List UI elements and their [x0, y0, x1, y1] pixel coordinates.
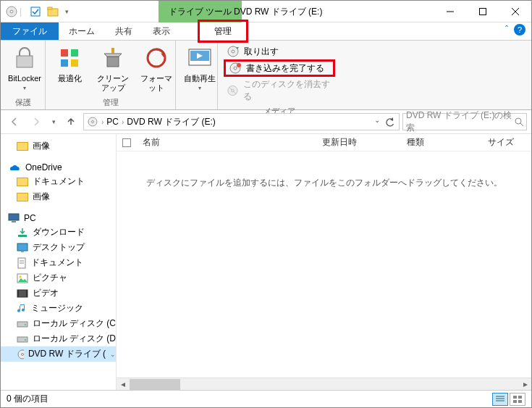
details-view-button[interactable]	[492, 393, 508, 406]
tab-manage[interactable]: 管理	[198, 20, 248, 43]
up-button[interactable]	[62, 112, 80, 131]
chevron-right-icon[interactable]: ›	[122, 118, 124, 126]
svg-rect-4	[48, 7, 52, 9]
svg-rect-37	[18, 235, 27, 237]
svg-rect-60	[518, 400, 522, 403]
scroll-left-button[interactable]: ◂	[117, 378, 129, 391]
folder-icon	[17, 178, 28, 186]
horizontal-scrollbar[interactable]: ◂ ▸	[117, 378, 531, 390]
address-row: ▾ › PC › DVD RW ドライブ (E:) ⌄ DVD RW ドライブ …	[1, 110, 531, 134]
empty-folder-message: ディスクにファイルを追加するには、ファイルをこのフォルダーへドラッグしてください…	[117, 177, 531, 189]
svg-rect-6	[479, 8, 486, 14]
tab-view[interactable]: 表示	[143, 22, 180, 40]
burn-icon	[229, 62, 242, 75]
status-bar: 0 個の項目	[1, 390, 531, 407]
document-icon	[17, 257, 27, 269]
ribbon-group-protect-label: 保護	[7, 96, 39, 108]
svg-point-49	[25, 324, 26, 325]
column-size[interactable]: サイズ	[482, 136, 525, 149]
tree-documents[interactable]: ドキュメント	[1, 174, 116, 189]
ribbon-format-button[interactable]: フォーマット	[138, 43, 174, 93]
svg-point-33	[515, 118, 521, 124]
svg-rect-10	[61, 49, 68, 57]
tree-pictures[interactable]: 画像	[1, 138, 116, 154]
breadcrumb-drive[interactable]: DVD RW ドライブ (E:)	[127, 116, 215, 128]
dvd-icon	[17, 349, 24, 359]
help-button[interactable]: ?	[514, 24, 525, 36]
folder-icon	[17, 193, 28, 201]
svg-rect-57	[513, 396, 517, 399]
icons-view-button[interactable]	[510, 393, 525, 406]
tree-desktop[interactable]: デスクトップ	[1, 240, 116, 255]
forward-button[interactable]	[27, 112, 46, 131]
address-dropdown[interactable]: ⌄	[374, 116, 380, 128]
svg-point-22	[232, 50, 235, 53]
ribbon-optimize-button[interactable]: 最適化	[51, 43, 88, 83]
tree-pictures2[interactable]: 画像	[1, 189, 116, 204]
format-icon	[145, 43, 168, 72]
svg-rect-11	[71, 49, 78, 57]
tree-documents2[interactable]: ドキュメント	[1, 255, 116, 270]
tab-file[interactable]: ファイル	[1, 22, 59, 40]
search-input[interactable]: DVD RW ドライブ (E:)の検索	[402, 113, 527, 130]
column-name[interactable]: 名前	[137, 136, 316, 149]
svg-rect-35	[9, 214, 19, 220]
tree-pictures3[interactable]: ピクチャ	[1, 270, 116, 286]
svg-rect-38	[17, 243, 28, 251]
tab-home[interactable]: ホーム	[59, 22, 105, 40]
column-date[interactable]: 更新日時	[316, 136, 401, 149]
back-button[interactable]	[5, 112, 24, 131]
disk-icon	[17, 335, 28, 344]
tree-videos[interactable]: ビデオ	[1, 286, 116, 301]
svg-point-1	[10, 10, 13, 13]
tree-dvd-drive[interactable]: DVD RW ドライブ (⌄	[1, 346, 116, 362]
breadcrumb-pc[interactable]: PC	[106, 117, 119, 127]
svg-rect-47	[26, 290, 28, 297]
tree-pc[interactable]: PC	[1, 212, 116, 225]
main-area: 画像 OneDrive ドキュメント 画像 PC ダウンロード デスクトップ ド…	[1, 134, 531, 390]
disk-icon	[17, 320, 28, 328]
tree-downloads[interactable]: ダウンロード	[1, 225, 116, 240]
onedrive-icon	[8, 163, 21, 172]
ribbon-finish-burn-button[interactable]: 書き込みを完了する	[224, 59, 335, 77]
scroll-thumb[interactable]	[130, 379, 180, 390]
maximize-button[interactable]	[466, 1, 499, 22]
svg-rect-50	[17, 337, 28, 342]
navigation-pane[interactable]: 画像 OneDrive ドキュメント 画像 PC ダウンロード デスクトップ ド…	[1, 134, 117, 390]
qat-new-folder[interactable]	[45, 4, 61, 20]
scroll-right-button[interactable]: ▸	[519, 378, 531, 391]
tree-localdisk-d[interactable]: ローカル ディスク (D	[1, 331, 116, 346]
select-all-checkbox[interactable]	[117, 138, 137, 147]
svg-rect-36	[12, 221, 16, 222]
folder-icon	[17, 142, 28, 151]
svg-rect-59	[513, 400, 517, 403]
tree-localdisk-c[interactable]: ローカル ディスク (C	[1, 316, 116, 331]
refresh-button[interactable]	[384, 116, 396, 128]
svg-rect-58	[518, 396, 522, 399]
ribbon-bitlocker-button[interactable]: BitLocker ▾	[7, 43, 43, 91]
app-icon	[5, 5, 18, 18]
minimize-button[interactable]	[434, 1, 466, 22]
address-bar[interactable]: › PC › DVD RW ドライブ (E:) ⌄	[83, 113, 400, 130]
column-type[interactable]: 種類	[401, 136, 482, 149]
recent-dropdown[interactable]: ▾	[48, 112, 59, 131]
svg-rect-45	[17, 290, 28, 297]
qat-properties[interactable]	[28, 4, 43, 20]
titlebar: | ▾ ドライブ ツール DVD RW ドライブ (E:)	[1, 1, 531, 22]
ribbon-autoplay-button[interactable]: 自動再生 ▾	[182, 43, 218, 91]
ribbon-eject-button[interactable]: 取り出す	[224, 43, 335, 59]
chevron-right-icon[interactable]: ›	[101, 118, 104, 126]
autoplay-icon	[187, 43, 212, 72]
tree-onedrive[interactable]: OneDrive	[1, 161, 116, 174]
close-button[interactable]	[499, 1, 531, 22]
qat-dropdown[interactable]: ▾	[62, 4, 71, 20]
ribbon-cleanup-button[interactable]: クリーンアップ	[95, 43, 131, 93]
svg-point-26	[237, 63, 241, 67]
svg-rect-13	[71, 59, 78, 67]
tab-share[interactable]: 共有	[105, 22, 143, 40]
chevron-down-icon: ▾	[23, 85, 26, 91]
svg-point-53	[22, 353, 24, 355]
svg-point-31	[92, 121, 94, 123]
tree-music[interactable]: ミュージック	[1, 301, 116, 316]
collapse-ribbon-button[interactable]: ˆ	[505, 25, 508, 35]
